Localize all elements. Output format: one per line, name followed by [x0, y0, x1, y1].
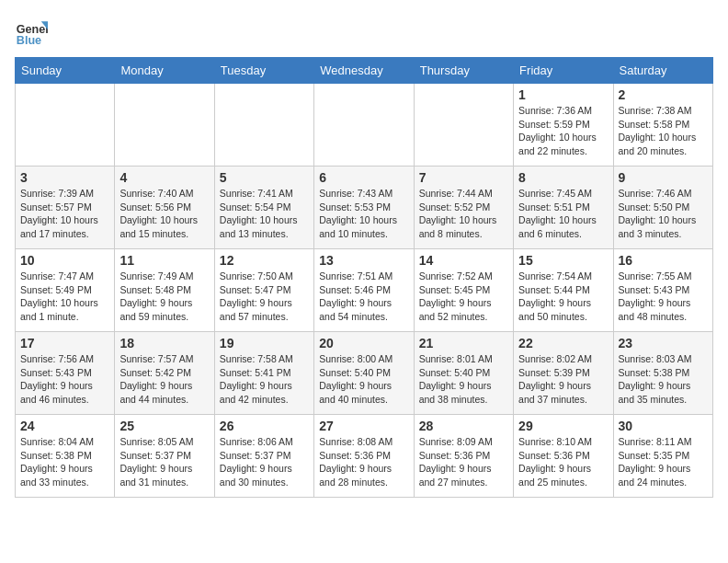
day-info: Sunrise: 7:55 AM Sunset: 5:43 PM Dayligh…	[619, 270, 708, 324]
day-info: Sunrise: 8:00 AM Sunset: 5:40 PM Dayligh…	[319, 352, 408, 407]
day-number: 6	[319, 170, 408, 185]
day-info: Sunrise: 7:57 AM Sunset: 5:42 PM Dayligh…	[119, 352, 209, 407]
day-number: 2	[619, 87, 708, 102]
day-number: 19	[220, 336, 309, 350]
day-number: 12	[220, 253, 309, 268]
logo: General Blue	[15, 15, 48, 48]
calendar-cell	[115, 84, 214, 167]
calendar-cell: 15Sunrise: 7:54 AM Sunset: 5:44 PM Dayli…	[514, 249, 613, 332]
day-number: 23	[619, 336, 708, 350]
calendar-cell: 26Sunrise: 8:06 AM Sunset: 5:37 PM Dayli…	[214, 415, 313, 498]
day-number: 13	[319, 253, 408, 268]
day-number: 11	[119, 253, 209, 268]
day-info: Sunrise: 7:39 AM Sunset: 5:57 PM Dayligh…	[20, 187, 109, 241]
day-number: 16	[619, 253, 708, 268]
calendar-cell: 7Sunrise: 7:44 AM Sunset: 5:52 PM Daylig…	[414, 167, 513, 249]
calendar-cell	[414, 84, 513, 167]
day-info: Sunrise: 8:05 AM Sunset: 5:37 PM Dayligh…	[119, 435, 209, 489]
day-info: Sunrise: 8:02 AM Sunset: 5:39 PM Dayligh…	[518, 352, 608, 407]
day-number: 4	[119, 170, 209, 185]
calendar-cell	[314, 84, 414, 167]
day-info: Sunrise: 7:41 AM Sunset: 5:54 PM Dayligh…	[220, 187, 309, 241]
weekday-header: Thursday	[414, 58, 513, 84]
calendar-cell: 22Sunrise: 8:02 AM Sunset: 5:39 PM Dayli…	[514, 332, 613, 415]
day-number: 18	[119, 336, 209, 350]
calendar-cell: 9Sunrise: 7:46 AM Sunset: 5:50 PM Daylig…	[613, 167, 712, 249]
weekday-header: Saturday	[613, 58, 712, 84]
day-number: 21	[419, 336, 508, 350]
day-number: 26	[220, 419, 309, 433]
calendar-cell: 8Sunrise: 7:45 AM Sunset: 5:51 PM Daylig…	[514, 167, 613, 249]
day-number: 14	[419, 253, 508, 268]
calendar-cell: 18Sunrise: 7:57 AM Sunset: 5:42 PM Dayli…	[115, 332, 214, 415]
day-info: Sunrise: 7:45 AM Sunset: 5:51 PM Dayligh…	[518, 187, 608, 241]
day-number: 17	[20, 336, 109, 350]
day-info: Sunrise: 7:43 AM Sunset: 5:53 PM Dayligh…	[319, 187, 408, 241]
calendar-cell: 25Sunrise: 8:05 AM Sunset: 5:37 PM Dayli…	[115, 415, 214, 498]
day-info: Sunrise: 8:09 AM Sunset: 5:36 PM Dayligh…	[419, 435, 508, 489]
day-number: 8	[518, 170, 608, 185]
day-info: Sunrise: 7:40 AM Sunset: 5:56 PM Dayligh…	[119, 187, 209, 241]
weekday-header: Tuesday	[214, 58, 313, 84]
calendar-cell: 19Sunrise: 7:58 AM Sunset: 5:41 PM Dayli…	[214, 332, 313, 415]
calendar-table: SundayMondayTuesdayWednesdayThursdayFrid…	[15, 57, 713, 498]
calendar-cell: 2Sunrise: 7:38 AM Sunset: 5:58 PM Daylig…	[613, 84, 712, 167]
day-info: Sunrise: 8:08 AM Sunset: 5:36 PM Dayligh…	[319, 435, 408, 489]
calendar-cell	[16, 84, 115, 167]
calendar-cell: 21Sunrise: 8:01 AM Sunset: 5:40 PM Dayli…	[414, 332, 513, 415]
calendar-cell: 10Sunrise: 7:47 AM Sunset: 5:49 PM Dayli…	[16, 249, 115, 332]
day-number: 25	[119, 419, 209, 433]
calendar-cell: 12Sunrise: 7:50 AM Sunset: 5:47 PM Dayli…	[214, 249, 313, 332]
logo-icon: General Blue	[15, 15, 48, 48]
day-info: Sunrise: 7:52 AM Sunset: 5:45 PM Dayligh…	[419, 270, 508, 324]
calendar-cell: 11Sunrise: 7:49 AM Sunset: 5:48 PM Dayli…	[115, 249, 214, 332]
day-number: 3	[20, 170, 109, 185]
calendar-cell: 20Sunrise: 8:00 AM Sunset: 5:40 PM Dayli…	[314, 332, 414, 415]
day-info: Sunrise: 7:58 AM Sunset: 5:41 PM Dayligh…	[220, 352, 309, 407]
day-info: Sunrise: 8:03 AM Sunset: 5:38 PM Dayligh…	[619, 352, 708, 407]
svg-text:Blue: Blue	[17, 34, 41, 47]
calendar-cell: 1Sunrise: 7:36 AM Sunset: 5:59 PM Daylig…	[514, 84, 613, 167]
calendar-cell: 17Sunrise: 7:56 AM Sunset: 5:43 PM Dayli…	[16, 332, 115, 415]
weekday-header: Wednesday	[314, 58, 414, 84]
calendar-cell: 27Sunrise: 8:08 AM Sunset: 5:36 PM Dayli…	[314, 415, 414, 498]
day-info: Sunrise: 8:11 AM Sunset: 5:35 PM Dayligh…	[619, 435, 708, 489]
calendar-cell: 6Sunrise: 7:43 AM Sunset: 5:53 PM Daylig…	[314, 167, 414, 249]
day-info: Sunrise: 7:46 AM Sunset: 5:50 PM Dayligh…	[619, 187, 708, 241]
day-number: 30	[619, 419, 708, 433]
day-info: Sunrise: 7:54 AM Sunset: 5:44 PM Dayligh…	[518, 270, 608, 324]
day-number: 24	[20, 419, 109, 433]
calendar-cell: 4Sunrise: 7:40 AM Sunset: 5:56 PM Daylig…	[115, 167, 214, 249]
calendar-cell: 24Sunrise: 8:04 AM Sunset: 5:38 PM Dayli…	[16, 415, 115, 498]
calendar-cell: 16Sunrise: 7:55 AM Sunset: 5:43 PM Dayli…	[613, 249, 712, 332]
calendar-cell: 23Sunrise: 8:03 AM Sunset: 5:38 PM Dayli…	[613, 332, 712, 415]
day-number: 20	[319, 336, 408, 350]
day-number: 9	[619, 170, 708, 185]
day-number: 10	[20, 253, 109, 268]
day-info: Sunrise: 7:36 AM Sunset: 5:59 PM Dayligh…	[518, 104, 608, 158]
day-info: Sunrise: 7:49 AM Sunset: 5:48 PM Dayligh…	[119, 270, 209, 324]
weekday-header: Monday	[115, 58, 214, 84]
day-number: 1	[518, 87, 608, 102]
calendar-cell: 14Sunrise: 7:52 AM Sunset: 5:45 PM Dayli…	[414, 249, 513, 332]
day-info: Sunrise: 8:01 AM Sunset: 5:40 PM Dayligh…	[419, 352, 508, 407]
day-number: 28	[419, 419, 508, 433]
weekday-header: Sunday	[16, 58, 115, 84]
calendar-cell: 28Sunrise: 8:09 AM Sunset: 5:36 PM Dayli…	[414, 415, 513, 498]
day-info: Sunrise: 7:51 AM Sunset: 5:46 PM Dayligh…	[319, 270, 408, 324]
day-number: 29	[518, 419, 608, 433]
day-number: 5	[220, 170, 309, 185]
calendar-cell: 3Sunrise: 7:39 AM Sunset: 5:57 PM Daylig…	[16, 167, 115, 249]
weekday-header: Friday	[514, 58, 613, 84]
day-info: Sunrise: 8:06 AM Sunset: 5:37 PM Dayligh…	[220, 435, 309, 489]
day-number: 27	[319, 419, 408, 433]
day-info: Sunrise: 7:44 AM Sunset: 5:52 PM Dayligh…	[419, 187, 508, 241]
day-info: Sunrise: 7:50 AM Sunset: 5:47 PM Dayligh…	[220, 270, 309, 324]
day-info: Sunrise: 7:38 AM Sunset: 5:58 PM Dayligh…	[619, 104, 708, 158]
calendar-cell: 30Sunrise: 8:11 AM Sunset: 5:35 PM Dayli…	[613, 415, 712, 498]
day-info: Sunrise: 7:56 AM Sunset: 5:43 PM Dayligh…	[20, 352, 109, 407]
page-header: General Blue	[15, 15, 713, 48]
calendar-cell: 5Sunrise: 7:41 AM Sunset: 5:54 PM Daylig…	[214, 167, 313, 249]
calendar-cell: 13Sunrise: 7:51 AM Sunset: 5:46 PM Dayli…	[314, 249, 414, 332]
day-info: Sunrise: 7:47 AM Sunset: 5:49 PM Dayligh…	[20, 270, 109, 324]
